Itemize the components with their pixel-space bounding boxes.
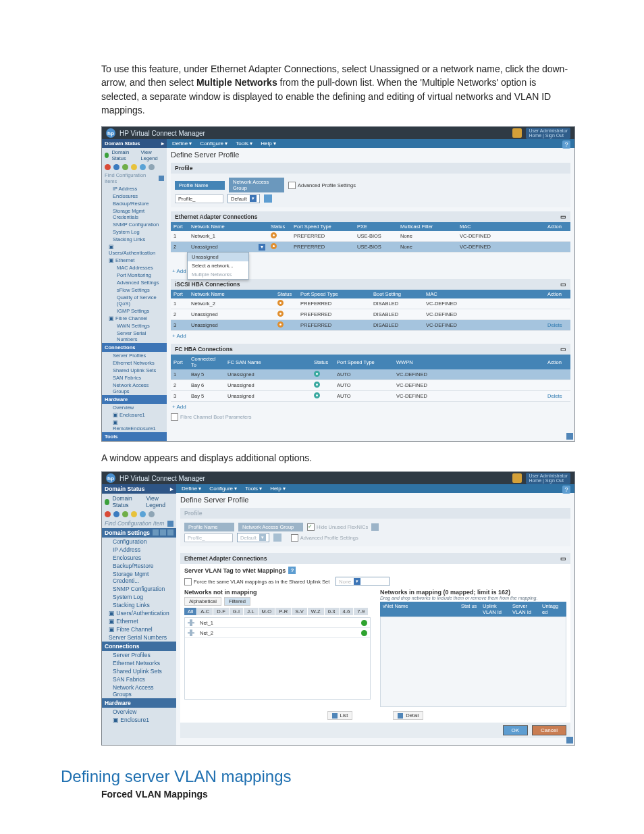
dropdown-item-multiple-networks[interactable]: Multiple Networks <box>188 270 248 279</box>
status-filter-icon[interactable] <box>113 164 119 170</box>
sidebar-item[interactable]: Configuration <box>102 538 176 546</box>
sidebar-item[interactable]: Shared Uplink Sets <box>102 367 167 374</box>
alpha-tab[interactable]: 4-6 <box>340 608 354 615</box>
sidebar-item[interactable]: ▣ RemoteEnclosure1 <box>102 419 167 432</box>
alpha-tab[interactable]: S-V <box>292 608 307 615</box>
network-dropdown[interactable]: Unassigned Select a network... Multiple … <box>187 252 249 280</box>
sidebar-item[interactable]: Server Profiles <box>102 352 167 359</box>
detail-view-button[interactable]: Detail <box>393 711 423 720</box>
help-icon[interactable]: ? <box>562 486 570 494</box>
cancel-button[interactable]: Cancel <box>532 725 566 735</box>
table-row[interactable]: 1Bay 5UnassignedAUTOVC-DEFINED <box>171 369 570 380</box>
sidebar-item[interactable]: ▣ Enclosure1 <box>102 716 176 724</box>
sidebar-item[interactable]: SNMP Configuration <box>102 585 176 593</box>
table-row[interactable]: 1Network_1PREFERREDUSE-BIOSNoneVC-DEFINE… <box>171 231 570 242</box>
home-icon[interactable] <box>512 128 522 138</box>
search-icon[interactable] <box>159 176 164 181</box>
sidebar-item[interactable]: System Log <box>102 593 176 601</box>
sidebar-item[interactable]: Shared Uplink Sets <box>102 667 176 675</box>
hide-flexnic-checkbox[interactable] <box>307 523 315 531</box>
alpha-tab[interactable]: D-F <box>213 608 229 615</box>
sidebar-item[interactable]: Enclosures <box>102 192 167 200</box>
menu-help[interactable]: Help ▾ <box>270 486 286 492</box>
view-legend-link[interactable]: View Legend <box>146 495 174 509</box>
sidebar-item[interactable]: Stacking Links <box>102 236 167 243</box>
adv-settings-checkbox[interactable] <box>291 534 298 542</box>
sidebar-item[interactable]: ▣ Enclosure1 <box>102 411 167 419</box>
force-vlan-checkbox[interactable] <box>184 578 192 585</box>
sidebar-connections-head[interactable]: Connections <box>102 343 167 352</box>
menu-configure[interactable]: Configure ▾ <box>200 140 227 147</box>
status-filter-icon[interactable] <box>105 164 111 170</box>
sidebar-item[interactable]: IP Address <box>102 546 176 554</box>
table-row[interactable]: 3Bay 5UnassignedAUTOVC-DEFINEDDelete <box>171 391 570 402</box>
sidebar-item[interactable]: Storage Mgmt Credenti... <box>102 570 176 585</box>
iscsi-add-link[interactable]: + Add <box>171 331 570 341</box>
sidebar-item-users[interactable]: ▣ Users/Authentication <box>102 243 167 257</box>
sidebar-settings-head[interactable]: Domain Settings <box>102 528 176 538</box>
search-icon[interactable] <box>167 521 173 527</box>
table-row[interactable]: 2UnassignedPREFERREDDISABLEDVC-DEFINED <box>171 309 570 320</box>
dropdown-item-unassigned[interactable]: Unassigned <box>188 253 248 261</box>
menu-define[interactable]: Define ▾ <box>172 140 192 147</box>
alpha-tab[interactable]: W-Z <box>308 608 324 615</box>
alpha-tab[interactable]: A-C <box>197 608 213 615</box>
status-filter-icon[interactable] <box>140 511 146 517</box>
menu-tools[interactable]: Tools ▾ <box>245 486 262 492</box>
sidebar-item[interactable]: Stacking Links <box>102 601 176 609</box>
resize-handle-icon[interactable] <box>566 737 573 744</box>
sidebar-item[interactable]: Server Serial Numbers <box>102 633 176 642</box>
sidebar-hardware-head[interactable]: Hardware <box>102 698 176 708</box>
status-filter-icon[interactable] <box>149 511 155 517</box>
view-legend-link[interactable]: View Legend <box>141 149 164 161</box>
collapse-icon[interactable]: ▭ <box>560 346 566 353</box>
tab-filtered[interactable]: Filtered <box>224 597 250 606</box>
sidebar-tools-head[interactable]: Tools <box>102 432 167 441</box>
alpha-tab[interactable]: 0-3 <box>325 608 339 615</box>
chevron-down-icon[interactable]: ▾ <box>354 578 360 585</box>
sidebar-item[interactable]: Server Profiles <box>102 651 176 659</box>
sidebar-item[interactable]: Network Access Groups <box>102 683 176 698</box>
profile-name-input[interactable]: Profile_ <box>175 194 223 203</box>
table-row[interactable]: 3UnassignedPREFERREDDISABLEDVC-DEFINEDDe… <box>171 320 570 331</box>
info-icon[interactable] <box>371 523 379 531</box>
fc-boot-checkbox[interactable] <box>171 413 178 421</box>
menu-tools[interactable]: Tools ▾ <box>236 140 252 147</box>
sidebar-item[interactable]: ▣ Fibre Channel <box>102 625 176 633</box>
home-icon[interactable] <box>512 473 522 483</box>
sidebar-item[interactable]: MAC Addresses <box>102 264 167 271</box>
list-view-button[interactable]: List <box>327 711 353 720</box>
sidebar-item[interactable]: SAN Fabrics <box>102 675 176 683</box>
view-icon[interactable] <box>153 529 159 536</box>
user-box[interactable]: User Administrator Home | Sign Out <box>526 473 570 484</box>
collapse-icon[interactable]: ▭ <box>560 555 566 562</box>
sidebar-domain-status[interactable]: Domain Status▸ <box>102 484 176 494</box>
help-icon[interactable]: ? <box>562 140 570 149</box>
sidebar-domain-status[interactable]: Domain Status▸ <box>102 139 167 148</box>
chevron-up-icon[interactable] <box>167 529 173 536</box>
alpha-tab[interactable]: 7-9 <box>354 608 368 615</box>
alpha-tab[interactable]: M-O <box>259 608 275 615</box>
user-signout[interactable]: Home | Sign Out <box>529 133 564 138</box>
menu-help[interactable]: Help ▾ <box>261 140 276 147</box>
alpha-tab[interactable]: All <box>184 608 196 615</box>
network-item[interactable]: Net_1 <box>185 618 370 628</box>
sidebar-item[interactable]: Backup/Restore <box>102 562 176 570</box>
menu-define[interactable]: Define ▾ <box>182 486 201 492</box>
sidebar-item[interactable]: ▣ Users/Authentication <box>102 609 176 617</box>
table-row[interactable]: 1Network_2PREFERREDDISABLEDVC-DEFINED <box>171 298 570 309</box>
sidebar-item[interactable]: SAN Fabrics <box>102 374 167 382</box>
status-filter-icon[interactable] <box>131 511 137 517</box>
sidebar-item[interactable]: Port Monitoring <box>102 271 167 279</box>
collapse-icon[interactable]: ▭ <box>560 281 566 288</box>
status-filter-icon[interactable] <box>105 511 111 517</box>
sidebar-link[interactable]: Domain Status <box>111 149 138 161</box>
sidebar-item[interactable]: Storage Mgmt Credentials <box>102 207 167 221</box>
sidebar-item[interactable]: IGMP Settings <box>102 307 167 315</box>
dropdown-item-select-network[interactable]: Select a network... <box>188 261 248 270</box>
mapped-drop-area[interactable] <box>380 617 566 707</box>
sidebar-item[interactable]: Overview <box>102 404 167 411</box>
sidebar-item-fibre[interactable]: ▣ Fibre Channel <box>102 315 167 322</box>
sidebar-item[interactable]: sFlow Settings <box>102 286 167 294</box>
access-group-select[interactable]: Default▾ <box>227 194 260 203</box>
